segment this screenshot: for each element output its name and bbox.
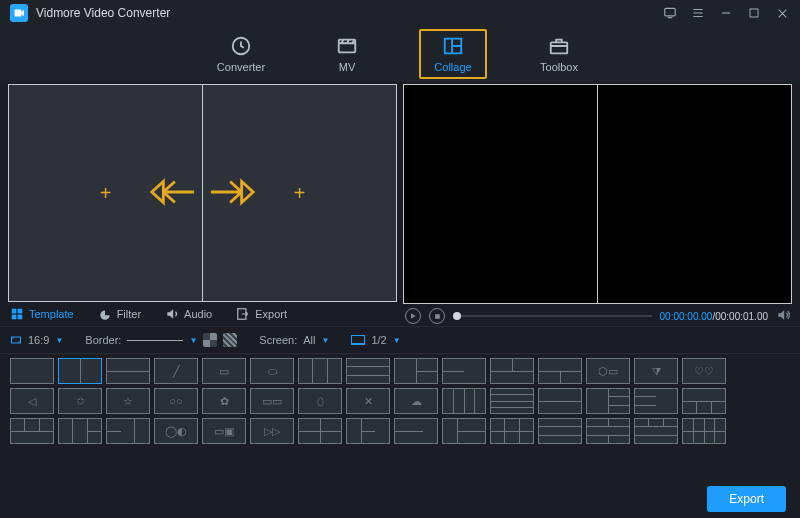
template-item[interactable]: ✿ <box>202 388 246 414</box>
svg-rect-0 <box>15 10 22 17</box>
template-item[interactable] <box>490 358 534 384</box>
template-item[interactable]: ⬭ <box>250 358 294 384</box>
nav-converter[interactable]: Converter <box>207 31 275 77</box>
filter-icon <box>98 307 112 321</box>
template-item[interactable]: ♡♡ <box>682 358 726 384</box>
template-item[interactable] <box>394 418 438 444</box>
collage-slot-2[interactable]: + <box>203 85 396 301</box>
converter-icon <box>230 35 252 57</box>
template-item[interactable] <box>346 358 390 384</box>
template-icon <box>10 307 24 321</box>
template-item[interactable] <box>442 388 486 414</box>
template-item[interactable]: ○○ <box>154 388 198 414</box>
aspect-ratio-select[interactable]: 16:9 ▼ <box>10 334 63 346</box>
page-value: 1/2 <box>371 334 386 346</box>
toolbox-icon <box>548 35 570 57</box>
nav-converter-label: Converter <box>217 61 265 73</box>
nav-mv[interactable]: MV <box>313 31 381 77</box>
tab-filter-label: Filter <box>117 308 141 320</box>
template-item[interactable]: ⧩ <box>634 358 678 384</box>
template-item[interactable] <box>634 418 678 444</box>
template-item[interactable] <box>10 418 54 444</box>
arrow-left-icon <box>148 175 196 211</box>
screen-value: All <box>303 334 315 346</box>
svg-rect-8 <box>18 309 23 314</box>
volume-icon[interactable] <box>776 308 790 324</box>
caret-down-icon: ▼ <box>189 336 197 345</box>
template-item[interactable] <box>538 358 582 384</box>
template-item[interactable]: ☁ <box>394 388 438 414</box>
play-button[interactable] <box>405 308 421 324</box>
tab-audio[interactable]: Audio <box>165 307 212 321</box>
page-select[interactable]: 1/2 ▼ <box>351 334 400 346</box>
template-item[interactable]: ◯◐ <box>154 418 198 444</box>
template-item[interactable] <box>538 418 582 444</box>
mv-icon <box>336 35 358 57</box>
svg-rect-10 <box>18 315 23 320</box>
template-item[interactable] <box>346 418 390 444</box>
template-item[interactable]: ☆ <box>106 388 150 414</box>
template-item[interactable]: ▭▭ <box>250 388 294 414</box>
svg-rect-1 <box>665 8 676 16</box>
stop-button[interactable] <box>429 308 445 324</box>
seek-bar[interactable] <box>453 315 652 317</box>
template-item[interactable] <box>538 388 582 414</box>
template-item[interactable]: ✩ <box>58 388 102 414</box>
template-item[interactable] <box>682 418 726 444</box>
menu-icon[interactable] <box>690 5 706 21</box>
screen-select[interactable]: Screen: All ▼ <box>259 334 329 346</box>
template-item[interactable]: ✕ <box>346 388 390 414</box>
collage-slot-1[interactable]: + <box>9 85 203 301</box>
template-item[interactable] <box>298 358 342 384</box>
svg-rect-12 <box>435 314 440 319</box>
tab-template-label: Template <box>29 308 74 320</box>
tab-export-label: Export <box>255 308 287 320</box>
template-item[interactable] <box>58 418 102 444</box>
add-media-icon: + <box>100 182 112 205</box>
template-item[interactable] <box>490 418 534 444</box>
border-texture-swatch[interactable] <box>223 333 237 347</box>
template-item[interactable] <box>586 388 630 414</box>
collage-icon <box>442 35 464 57</box>
feedback-icon[interactable] <box>662 5 678 21</box>
caret-down-icon: ▼ <box>393 336 401 345</box>
export-button[interactable]: Export <box>707 486 786 512</box>
template-item[interactable] <box>106 418 150 444</box>
border-color-swatch[interactable] <box>203 333 217 347</box>
svg-rect-7 <box>12 309 17 314</box>
template-gallery: ╱ ▭ ⬭ ⬡▭ ⧩ ♡♡ ◁ ✩ ☆ ○○ ✿ ▭▭ ⬯ ✕ ☁ ◯◐ ▭▣ … <box>0 354 800 448</box>
nav-mv-label: MV <box>339 61 356 73</box>
minimize-icon[interactable] <box>718 5 734 21</box>
template-item[interactable] <box>682 388 726 414</box>
tab-filter[interactable]: Filter <box>98 307 141 321</box>
close-icon[interactable] <box>774 5 790 21</box>
template-item[interactable]: ⬡▭ <box>586 358 630 384</box>
border-style-select[interactable]: ▼ <box>127 336 197 345</box>
template-item[interactable] <box>586 418 630 444</box>
template-item[interactable] <box>442 418 486 444</box>
template-item[interactable] <box>442 358 486 384</box>
tab-template[interactable]: Template <box>10 307 74 321</box>
nav-collage[interactable]: Collage <box>419 29 487 79</box>
template-item[interactable] <box>394 358 438 384</box>
template-item[interactable]: ▷▷ <box>250 418 294 444</box>
template-item[interactable] <box>10 358 54 384</box>
time-total: 00:00:01.00 <box>715 311 768 322</box>
template-item[interactable]: ⬯ <box>298 388 342 414</box>
template-item[interactable]: ▭▣ <box>202 418 246 444</box>
template-item[interactable] <box>490 388 534 414</box>
template-item[interactable]: ╱ <box>154 358 198 384</box>
template-item[interactable] <box>634 388 678 414</box>
template-item[interactable]: ▭ <box>202 358 246 384</box>
maximize-icon[interactable] <box>746 5 762 21</box>
nav-toolbox[interactable]: Toolbox <box>525 31 593 77</box>
template-item[interactable] <box>106 358 150 384</box>
border-group: Border: ▼ <box>85 333 237 347</box>
template-item[interactable]: ◁ <box>10 388 54 414</box>
nav-toolbox-label: Toolbox <box>540 61 578 73</box>
collage-editor-frame: + + <box>8 84 397 302</box>
svg-rect-9 <box>12 315 17 320</box>
tab-export[interactable]: Export <box>236 307 287 321</box>
template-item[interactable] <box>298 418 342 444</box>
template-item[interactable] <box>58 358 102 384</box>
